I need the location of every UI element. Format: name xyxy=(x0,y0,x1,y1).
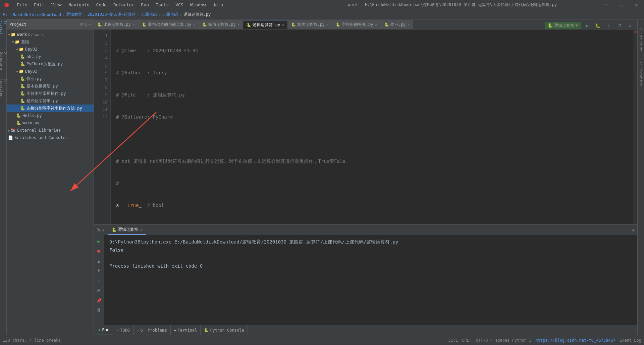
tree-folder-day03[interactable]: ▼ 📁 Day03 xyxy=(7,68,94,75)
status-indent[interactable]: UTF-8 4 spaces Python 3 xyxy=(476,338,531,343)
tab-zuoye[interactable]: 🐍 作业.py ✕ xyxy=(381,20,414,29)
tree-folder-day02[interactable]: ▼ 📁 Day02 xyxy=(7,46,94,53)
debug-button[interactable]: 🐛 xyxy=(593,22,602,29)
menu-bar: FileEditViewNavigateCodeRefactorRunTools… xyxy=(13,0,306,10)
sidebar-structure-icon[interactable]: 2: Structure xyxy=(0,54,7,68)
status-bar: 120 chars, 4 line breaks 31:1 CRLF UTF-8… xyxy=(0,335,644,345)
editor-area: 🐍 比较运算符.py ✕ 🐍 非布尔值的与或运算.py ✕ 🐍 赋值运算符.py… xyxy=(94,19,637,335)
tab-feibuer[interactable]: 🐍 非布尔值的与或运算.py ✕ xyxy=(139,20,199,29)
code-line-6: # not 逻辑非 not可以对符号右侧的值进行非运算。对于布尔值，非运算会对其… xyxy=(116,157,633,165)
project-tree: ▼ 📁 work D:\work ▼ 📁 基础 ▼ 📁 Day02 🐍 abc.… xyxy=(7,29,94,335)
bottom-tab-problems[interactable]: ⚠ 6: Problems xyxy=(133,325,171,335)
tree-folder-jichul[interactable]: ▼ 📁 基础 xyxy=(7,38,94,46)
menu-item-navigate[interactable]: Navigate xyxy=(65,0,93,10)
tab-bijiao[interactable]: 🐍 比较运算符.py ✕ xyxy=(94,20,139,29)
run-tab-close[interactable]: ✕ xyxy=(140,227,143,232)
sidebar-project-icon[interactable]: 1: Project xyxy=(0,21,7,34)
code-line-3: # @File : 逻辑运算符.py xyxy=(116,91,633,98)
run-trash-button[interactable]: 🗑 xyxy=(95,305,103,314)
menu-item-view[interactable]: View xyxy=(48,0,65,10)
run-output-exit: Process finished with exit code 0 xyxy=(109,262,632,270)
code-line-2: # @Author : Jerry xyxy=(116,69,633,76)
path-part-5[interactable]: 上课代码 xyxy=(162,12,178,17)
status-position[interactable]: 31:1 xyxy=(448,338,458,343)
path-part-4[interactable]: 上课代码 xyxy=(141,12,157,17)
run-scroll-down-button[interactable]: ▼ xyxy=(95,266,103,275)
right-sidebar-item[interactable]: Z: Structure xyxy=(639,27,643,52)
tree-file-geshihua[interactable]: 🐍 格式化字符串.py xyxy=(7,97,94,105)
tree-work-root[interactable]: ▼ 📁 work D:\work xyxy=(7,31,94,38)
run-config-button[interactable]: 🐍 逻辑运算符 ▼ xyxy=(545,22,581,29)
minimize-button[interactable]: ─ xyxy=(599,0,614,10)
tabs-bar: 🐍 比较运算符.py ✕ 🐍 非布尔值的与或运算.py ✕ 🐍 赋值运算符.py… xyxy=(94,19,637,29)
status-git-link[interactable]: https://blog.csdn.net/m0_46738467 xyxy=(536,338,615,343)
tree-file-hello[interactable]: 🐍 Hello.py xyxy=(7,112,94,119)
tree-file-abc[interactable]: 🐍 abc.py xyxy=(7,53,94,60)
menu-item-edit[interactable]: Edit xyxy=(31,0,48,10)
path-part-0[interactable]: E: xyxy=(3,12,7,17)
tree-file-zifuchuancaozuo[interactable]: 🐍 字符串的常用操作.py xyxy=(7,90,94,97)
tab-close-6[interactable]: ✕ xyxy=(408,23,410,26)
tree-file-zuoye[interactable]: 🐍 作业.py xyxy=(7,75,94,82)
menu-item-vcs[interactable]: VCS xyxy=(172,0,186,10)
run-tab-luoji[interactable]: 🐍 逻辑运算符 ✕ xyxy=(108,225,146,235)
bottom-tab-python-console[interactable]: 🐍 Python Console xyxy=(201,325,248,335)
menu-item-file[interactable]: File xyxy=(13,0,31,10)
right-sidebar-favorites[interactable]: 2: Favorites xyxy=(639,62,643,86)
tab-close-0[interactable]: ✕ xyxy=(133,23,135,26)
close-button[interactable]: ✕ xyxy=(629,0,644,10)
path-part-1[interactable]: BaiduNetdiskDownload xyxy=(13,12,61,17)
path-part-2[interactable]: 逻辑教育 xyxy=(66,12,82,17)
main-layout: 1: Project 2: Structure 2: Favorites Pro… xyxy=(0,19,644,335)
menu-item-window[interactable]: Window xyxy=(187,0,209,10)
run-settings-icon[interactable]: ⚙ xyxy=(632,228,635,232)
run-print-button[interactable]: 🖨 xyxy=(95,286,103,294)
tab-zifuchuan[interactable]: 🐍 字符串的补充.py ✕ xyxy=(332,20,381,29)
run-rerun-button[interactable]: ▶ xyxy=(95,237,103,246)
menu-item-run[interactable]: Run xyxy=(138,0,152,10)
run-scroll-up-button[interactable]: ▲ xyxy=(95,257,103,265)
menu-item-tools[interactable]: Tools xyxy=(152,0,172,10)
run-wrap-button[interactable]: ≡ xyxy=(95,276,103,285)
maximize-button[interactable]: □ xyxy=(614,0,629,10)
status-event-log[interactable]: Event Log xyxy=(620,338,641,343)
error-marker-top xyxy=(634,31,637,32)
tree-scratches[interactable]: 📄 Scratches and Consoles xyxy=(7,134,94,141)
menu-item-code[interactable]: Code xyxy=(93,0,110,10)
project-sync-icon[interactable]: ⟳ xyxy=(80,22,84,27)
bottom-tab-run[interactable]: ▶ Run xyxy=(95,325,113,335)
project-gear-icon[interactable]: ⚙ xyxy=(85,22,87,27)
bottom-tab-todo[interactable]: ✓ TODO xyxy=(113,325,133,335)
coverage-button[interactable]: ⚡ xyxy=(604,22,613,29)
run-button[interactable]: ▶ xyxy=(582,22,592,29)
tab-close-3[interactable]: ✕ xyxy=(282,23,284,27)
run-stop-button[interactable]: ■ xyxy=(95,246,103,255)
tab-close-1[interactable]: ✕ xyxy=(193,23,195,26)
project-panel: Project ⟳ ⚙ ─ ▼ 📁 work D:\work ▼ 📁 基础 xyxy=(7,19,94,335)
tree-file-main[interactable]: 🐍 main.py xyxy=(7,119,94,127)
tab-luoji[interactable]: 🐍 逻辑运算符.py ✕ xyxy=(243,20,288,29)
project-minimize-icon[interactable]: ─ xyxy=(89,22,91,27)
run-pin-button[interactable]: 📌 xyxy=(95,296,103,305)
bottom-tab-terminal[interactable]: ▬ Terminal xyxy=(171,325,201,335)
tab-close-5[interactable]: ✕ xyxy=(375,23,377,26)
tree-file-jibenshuju[interactable]: 🐍 基本数据类型.py xyxy=(7,82,94,90)
code-content[interactable]: # @Time : 2020/10/30 21:34 # @Author : J… xyxy=(111,29,633,224)
tab-suanshu[interactable]: 🐍 算术运算符.py ✕ xyxy=(288,20,332,29)
run-header: Run: 🐍 逻辑运算符 ✕ ⚙ xyxy=(94,225,637,235)
profile-button[interactable]: ⏱ xyxy=(614,22,624,29)
tab-close-2[interactable]: ✕ xyxy=(237,23,239,26)
project-title: Project xyxy=(9,22,26,27)
menu-item-help[interactable]: Help xyxy=(209,0,226,10)
tree-file-pycharm-config[interactable]: 🐍 PyCharm的配置.py xyxy=(7,60,94,68)
tab-fuzhi[interactable]: 🐍 赋值运算符.py ✕ xyxy=(199,20,244,29)
tab-close-4[interactable]: ✕ xyxy=(327,23,329,26)
status-crlf[interactable]: CRLF xyxy=(462,338,472,343)
tree-external-libraries[interactable]: ▶ 📚 External Libraries xyxy=(7,127,94,134)
tree-file-lianjie[interactable]: 🐍 连接分割等字符串操作方法.py xyxy=(7,105,94,112)
path-bar: E: › BaiduNetdiskDownload › 逻辑教育 › 20201… xyxy=(0,10,644,19)
vcs-button[interactable]: ✔ xyxy=(625,22,635,29)
path-part-3[interactable]: 20201030-第四讲-运算符 xyxy=(88,12,136,17)
menu-item-refactor[interactable]: Refactor xyxy=(110,0,138,10)
sidebar-favorites-icon[interactable]: 2: Favorites xyxy=(0,81,7,94)
